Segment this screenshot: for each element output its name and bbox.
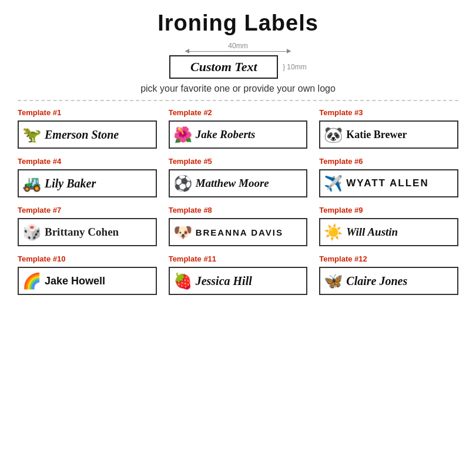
template-label-1: Template #1 bbox=[18, 108, 157, 117]
template-cell-6[interactable]: Template #6✈️WYATT ALLEN bbox=[319, 157, 458, 197]
template-cell-5[interactable]: Template #5⚽Matthew Moore bbox=[169, 157, 308, 197]
template-label-4: Template #4 bbox=[18, 157, 157, 166]
template-cell-1[interactable]: Template #1🦖Emerson Stone bbox=[18, 108, 157, 149]
label-box-3[interactable]: 🐼Katie Brewer bbox=[319, 120, 458, 149]
template-cell-10[interactable]: Template #10🌈Jake Howell bbox=[18, 254, 157, 295]
template-name-8: BREANNA DAVIS bbox=[196, 227, 283, 237]
template-label-11: Template #11 bbox=[169, 254, 308, 263]
divider bbox=[18, 100, 458, 101]
label-box-10[interactable]: 🌈Jake Howell bbox=[18, 267, 157, 295]
template-label-2: Template #2 bbox=[169, 108, 308, 117]
label-box-6[interactable]: ✈️WYATT ALLEN bbox=[319, 169, 458, 197]
template-cell-11[interactable]: Template #11🍓Jessica Hill bbox=[169, 254, 308, 295]
page-title: Ironing Labels bbox=[157, 11, 319, 36]
subtitle: pick your favorite one or provide your o… bbox=[140, 83, 336, 94]
template-name-10: Jake Howell bbox=[45, 275, 105, 287]
label-box-11[interactable]: 🍓Jessica Hill bbox=[169, 267, 308, 295]
custom-text-box: Custom Text bbox=[169, 55, 278, 79]
arrow-line bbox=[185, 51, 291, 52]
custom-text-wrap: Custom Text } 10mm bbox=[169, 55, 306, 79]
label-box-5[interactable]: ⚽Matthew Moore bbox=[169, 169, 308, 197]
template-label-8: Template #8 bbox=[169, 206, 308, 214]
template-icon-10: 🌈 bbox=[22, 273, 41, 289]
height-value: 10mm bbox=[287, 63, 306, 71]
label-box-2[interactable]: 🌺Jake Roberts bbox=[169, 120, 308, 149]
template-cell-2[interactable]: Template #2🌺Jake Roberts bbox=[169, 108, 308, 149]
template-name-12: Claire Jones bbox=[346, 274, 407, 288]
template-icon-5: ⚽ bbox=[173, 176, 192, 191]
custom-text-label: Custom Text bbox=[190, 59, 257, 75]
templates-grid: Template #1🦖Emerson StoneTemplate #2🌺Jak… bbox=[18, 108, 458, 295]
width-arrow bbox=[185, 51, 291, 52]
template-icon-7: 🎲 bbox=[22, 224, 41, 240]
label-box-8[interactable]: 🐶BREANNA DAVIS bbox=[169, 218, 308, 246]
size-indicator: 40mm bbox=[185, 42, 291, 53]
template-cell-9[interactable]: Template #9☀️Will Austin bbox=[319, 206, 458, 246]
template-name-7: Brittany Cohen bbox=[45, 226, 119, 239]
brace-symbol: } bbox=[283, 63, 285, 71]
template-icon-8: 🐶 bbox=[173, 224, 192, 240]
template-label-5: Template #5 bbox=[169, 157, 308, 166]
template-icon-2: 🌺 bbox=[173, 127, 192, 142]
template-icon-12: 🦋 bbox=[324, 273, 343, 289]
template-label-9: Template #9 bbox=[319, 206, 458, 214]
height-label: } 10mm bbox=[283, 63, 306, 71]
template-name-1: Emerson Stone bbox=[45, 128, 119, 142]
template-cell-3[interactable]: Template #3🐼Katie Brewer bbox=[319, 108, 458, 149]
template-name-2: Jake Roberts bbox=[196, 128, 256, 141]
template-icon-4: 🚜 bbox=[22, 176, 41, 191]
template-label-7: Template #7 bbox=[18, 206, 157, 214]
template-icon-3: 🐼 bbox=[324, 127, 343, 142]
label-box-1[interactable]: 🦖Emerson Stone bbox=[18, 120, 157, 149]
width-label: 40mm bbox=[228, 42, 247, 50]
template-name-9: Will Austin bbox=[346, 226, 398, 239]
template-label-12: Template #12 bbox=[319, 254, 458, 263]
template-icon-9: ☀️ bbox=[324, 224, 343, 240]
label-box-9[interactable]: ☀️Will Austin bbox=[319, 218, 458, 246]
template-cell-8[interactable]: Template #8🐶BREANNA DAVIS bbox=[169, 206, 308, 246]
label-box-12[interactable]: 🦋Claire Jones bbox=[319, 267, 458, 295]
template-name-4: Lily Baker bbox=[45, 177, 96, 190]
template-cell-12[interactable]: Template #12🦋Claire Jones bbox=[319, 254, 458, 295]
template-name-5: Matthew Moore bbox=[196, 177, 269, 190]
template-label-3: Template #3 bbox=[319, 108, 458, 117]
template-name-11: Jessica Hill bbox=[196, 274, 252, 288]
template-cell-4[interactable]: Template #4🚜Lily Baker bbox=[18, 157, 157, 197]
page-container: Ironing Labels 40mm Custom Text } 10mm p… bbox=[0, 0, 476, 476]
label-box-7[interactable]: 🎲Brittany Cohen bbox=[18, 218, 157, 246]
template-icon-6: ✈️ bbox=[324, 176, 343, 191]
template-label-6: Template #6 bbox=[319, 157, 458, 166]
template-label-10: Template #10 bbox=[18, 254, 157, 263]
template-icon-11: 🍓 bbox=[173, 273, 192, 289]
template-icon-1: 🦖 bbox=[22, 127, 41, 142]
template-name-3: Katie Brewer bbox=[346, 129, 407, 141]
template-cell-7[interactable]: Template #7🎲Brittany Cohen bbox=[18, 206, 157, 246]
label-box-4[interactable]: 🚜Lily Baker bbox=[18, 169, 157, 197]
template-name-6: WYATT ALLEN bbox=[346, 177, 428, 189]
